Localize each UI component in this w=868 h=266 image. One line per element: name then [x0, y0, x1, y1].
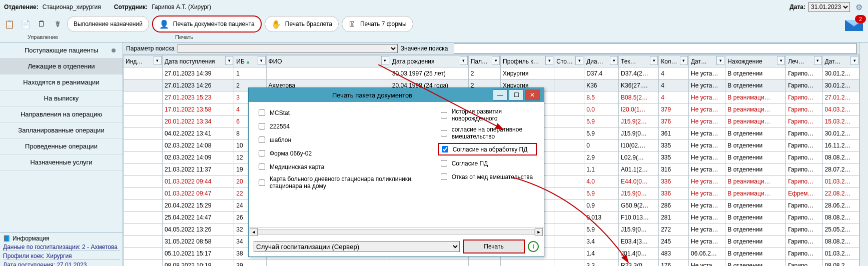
modal-titlebar[interactable]: Печать пакета документов — ☐ ✕ — [249, 88, 544, 102]
content-pane: Параметр поиска Значение поиска Инд…▾Дат… — [123, 42, 859, 266]
modal-max-button[interactable]: ☐ — [509, 90, 524, 100]
nav-item[interactable]: Находятся в реанимации — [0, 74, 123, 90]
mail-icon[interactable]: 2 — [844, 17, 864, 32]
modal-checkbox[interactable]: Согласие на обработку ПД — [439, 144, 536, 154]
date-label: Дата: — [789, 4, 805, 10]
modal-case-select[interactable]: Случай госпитализации (Сервер) — [254, 241, 460, 252]
column-header[interactable]: ФИО▾ — [266, 56, 390, 68]
filter-dropdown-icon[interactable]: ▾ — [650, 56, 658, 65]
modal-close-button[interactable]: ✕ — [525, 90, 540, 100]
nav-item[interactable]: Поступающие пациенты — [0, 42, 123, 58]
nav-item[interactable]: Лежащие в отделении — [0, 58, 123, 74]
column-header[interactable]: Сто…▾ — [554, 56, 584, 68]
toolbar-icon-2[interactable]: 📄 — [19, 18, 32, 30]
info-panel: 📘Информация Данные по госпитализации: 2 … — [0, 232, 123, 266]
filter-dropdown-icon[interactable]: ▾ — [850, 56, 858, 65]
nav-dot-icon — [112, 48, 116, 52]
nav-item[interactable]: Проведенные операции — [0, 138, 123, 154]
hand-icon: ✋ — [271, 20, 281, 29]
column-header[interactable]: Инд…▾ — [124, 56, 163, 68]
book-icon: 📘 — [3, 235, 11, 242]
column-header[interactable]: Дат…▾ — [688, 56, 725, 68]
date-select[interactable]: 31.01.2023 — [808, 2, 850, 12]
filter-dropdown-icon[interactable]: ▾ — [381, 56, 389, 65]
filter-dropdown-icon[interactable]: ▾ — [492, 56, 500, 65]
column-header[interactable]: Дата поступления▾ — [162, 56, 234, 68]
toolbar-group-manage: Управление — [4, 34, 82, 42]
modal-hscroll[interactable]: ◄ ► — [249, 227, 544, 236]
settings-gear-icon[interactable]: ⚙ — [854, 2, 864, 12]
table-row[interactable]: 27.01.2023 14:39130.03.1997 (25 лет)2Хир… — [124, 68, 859, 80]
toolbar-icon-3[interactable]: 🗒 — [35, 18, 48, 30]
modal-checkbox[interactable]: MCStat — [257, 108, 419, 118]
filter-dropdown-icon[interactable]: ▾ — [716, 56, 724, 65]
modal-checkbox[interactable]: 222554 — [257, 122, 419, 131]
search-param-label: Параметр поиска — [123, 45, 178, 52]
nav-item[interactable]: Назначенные услуги — [0, 154, 123, 170]
employee-label: Сотрудник: — [114, 4, 148, 10]
info-icon[interactable]: i — [528, 241, 539, 252]
column-header[interactable]: Кол…▾ — [659, 56, 689, 68]
column-header[interactable]: Пал…▾ — [468, 56, 500, 68]
toolbar-group-print: Печать — [82, 34, 287, 42]
toolbar-groups: Управление Печать — [0, 34, 868, 42]
filter-dropdown-icon[interactable]: ▾ — [545, 56, 553, 65]
search-value-input[interactable] — [454, 43, 856, 54]
filter-dropdown-icon[interactable]: ▾ — [680, 56, 688, 65]
column-header[interactable]: Дат…▾ — [822, 56, 859, 68]
modal-checkbox[interactable]: Согласие ПД — [439, 158, 536, 168]
filter-dropdown-icon[interactable]: ▾ — [154, 56, 162, 65]
column-header[interactable]: Леч…▾ — [786, 56, 822, 68]
table-row[interactable]: 08.08.2022 10:19393.3R23.3(0…176Не уста…… — [124, 260, 859, 266]
modal-checkbox[interactable]: Отказ от мед вмешательства — [439, 172, 536, 182]
modal-checkbox[interactable]: Медицинская карта — [257, 162, 419, 172]
btn-print-bracelet[interactable]: ✋Печать браслета — [265, 16, 339, 32]
mail-badge: 2 — [855, 15, 866, 23]
filter-dropdown-icon[interactable]: ▾ — [777, 56, 785, 65]
filter-dropdown-icon[interactable]: ▾ — [225, 56, 233, 65]
scroll-right-icon[interactable]: ► — [535, 228, 543, 236]
scroll-left-icon[interactable]: ◄ — [250, 228, 258, 236]
employee-value: Гарипов А.Т. (Хирург) — [152, 4, 211, 10]
filter-dropdown-icon[interactable]: ▾ — [460, 56, 468, 65]
search-row: Параметр поиска Значение поиска — [123, 42, 859, 55]
column-header[interactable]: Нахождение▾ — [725, 56, 786, 68]
filter-dropdown-icon[interactable]: ▾ — [814, 56, 822, 65]
modal-print-button[interactable]: Печать — [463, 240, 525, 254]
modal-checkbox[interactable]: История развития новорожденного — [439, 108, 536, 122]
info-title: Информация — [13, 235, 49, 242]
modal-checkbox[interactable]: согласие на оперативное вмешательство — [439, 126, 536, 140]
nav-item[interactable]: Направления на операцию — [0, 106, 123, 122]
btn-assignments[interactable]: Выполнение назначений — [67, 16, 149, 32]
toolbar: 📋 📄 🗒 ☤ Выполнение назначений 👤Печать до… — [0, 14, 868, 34]
column-header[interactable]: Диа…▾ — [584, 56, 619, 68]
toolbar-icon-1[interactable]: 📋 — [3, 18, 16, 30]
column-header[interactable]: Дата рождения▾ — [390, 56, 468, 68]
dept-label: Отделение: — [4, 4, 39, 10]
column-header[interactable]: Профиль к…▾ — [501, 56, 554, 68]
search-param-select[interactable] — [178, 44, 398, 53]
search-value-label: Значение поиска — [398, 45, 451, 52]
info-row-profile: Профили коек: Хирургия — [3, 252, 120, 260]
column-header[interactable]: ИБ▲▾ — [234, 56, 266, 68]
modal-checkbox[interactable]: шаблон — [257, 135, 419, 144]
nav-item[interactable]: На выписку — [0, 90, 123, 106]
column-header[interactable]: Тек…▾ — [619, 56, 659, 68]
modal-min-button[interactable]: — — [493, 90, 508, 100]
print-docs-modal: Печать пакета документов — ☐ ✕ MCStat222… — [248, 88, 544, 257]
modal-title-text: Печать пакета документов — [253, 92, 492, 99]
info-row-date: Дата поступления: 27.01.2023 — [3, 262, 120, 266]
btn-print-form7[interactable]: 🗎Печать 7 формы — [342, 16, 413, 32]
info-row-hosp: Данные по госпитализации: 2 - Ахметова — [3, 244, 120, 251]
grid-vscroll[interactable] — [859, 42, 868, 266]
filter-dropdown-icon[interactable]: ▾ — [610, 56, 618, 65]
dept-value: Стационар_хирургия — [43, 4, 101, 10]
btn-print-patient-docs[interactable]: 👤Печать документов пациента — [152, 16, 262, 32]
filter-dropdown-icon[interactable]: ▾ — [258, 56, 266, 65]
person-print-icon: 👤 — [159, 20, 169, 29]
modal-checkbox[interactable]: Форма 066у-02 — [257, 148, 419, 158]
modal-checkbox[interactable]: Карта больного дневного стационара полик… — [257, 176, 419, 190]
toolbar-icon-4[interactable]: ☤ — [51, 18, 64, 30]
nav-item[interactable]: Запланированные операции — [0, 122, 123, 138]
filter-dropdown-icon[interactable]: ▾ — [575, 56, 583, 65]
